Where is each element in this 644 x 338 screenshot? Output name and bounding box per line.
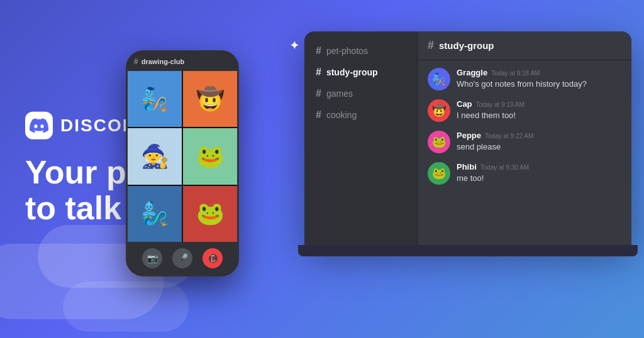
laptop-screen: # pet-photos # study-group # games # coo… <box>304 31 631 245</box>
message-header-peppe: Peppe Today at 9:22 AM <box>457 131 621 140</box>
phone-device: # drawing-club 🧞 🤠 🧙 🐸 🧞‍♂️ 🐸 📷 🎤 <box>126 50 239 276</box>
phone-body: # drawing-club 🧞 🤠 🧙 🐸 🧞‍♂️ 🐸 📷 🎤 <box>126 50 239 276</box>
message-text-cap: I need them too! <box>457 110 621 121</box>
channel-hash-icon: # <box>316 45 321 57</box>
avatar-cap: 🤠 <box>428 99 450 122</box>
channel-hash-icon-4: # <box>316 109 321 121</box>
timestamp-cap: Today at 9:19 AM <box>476 101 525 108</box>
video-cell-4: 🐸 <box>183 128 237 184</box>
message-text-peppe: send please <box>457 141 621 153</box>
phone-screen: # drawing-club 🧞 🤠 🧙 🐸 🧞‍♂️ 🐸 📷 🎤 <box>128 52 237 275</box>
channel-name-study-group: study-group <box>326 67 378 77</box>
mute-button[interactable]: 🎤 <box>172 248 192 268</box>
timestamp-peppe: Today at 9:22 AM <box>485 133 533 139</box>
video-cell-2: 🤠 <box>183 71 237 127</box>
message-header-phibi: Phibi Today at 9:30 AM <box>457 162 621 172</box>
messages-list: 🧞 Graggle Today at 9:18 AM Who's got not… <box>418 60 631 245</box>
channel-pet-photos[interactable]: # pet-photos <box>308 41 413 60</box>
camera-button[interactable]: 📷 <box>142 248 162 268</box>
mic-icon: 🎤 <box>177 253 188 263</box>
phone-call-controls[interactable]: 📷 🎤 📵 <box>128 242 237 275</box>
message-content-graggle: Graggle Today at 9:18 AM Who's got notes… <box>457 68 621 90</box>
username-graggle: Graggle <box>457 68 487 77</box>
camera-icon: 📷 <box>147 253 158 263</box>
end-call-button[interactable]: 📵 <box>203 248 223 268</box>
laptop-base <box>298 245 638 256</box>
channel-study-group[interactable]: # study-group <box>308 63 413 82</box>
laptop-device: # pet-photos # study-group # games # coo… <box>304 31 631 258</box>
channel-hash-icon-3: # <box>316 88 321 99</box>
end-call-icon: 📵 <box>208 253 218 263</box>
message-text-graggle: Who's got notes from history today? <box>457 79 621 90</box>
chat-header: # study-group <box>418 31 631 60</box>
message-peppe: 🐸 Peppe Today at 9:22 AM send please <box>428 131 621 153</box>
avatar-phibi: 🐸 <box>428 162 450 185</box>
phone-channel-header: # drawing-club <box>128 52 237 71</box>
username-phibi: Phibi <box>457 162 477 172</box>
phone-channel-name: drawing-club <box>142 58 184 65</box>
chat-header-hash: # <box>428 39 434 52</box>
message-graggle: 🧞 Graggle Today at 9:18 AM Who's got not… <box>428 68 621 90</box>
username-cap: Cap <box>457 99 472 109</box>
message-content-cap: Cap Today at 9:19 AM I need them too! <box>457 99 621 121</box>
channel-name-pet-photos: pet-photos <box>326 46 368 56</box>
avatar-graggle: 🧞 <box>428 68 450 90</box>
chat-channel-title: study-group <box>439 40 494 51</box>
star-decoration: ✦ <box>289 38 300 53</box>
avatar-peppe: 🐸 <box>428 131 450 153</box>
video-cell-1: 🧞 <box>128 71 182 127</box>
video-cell-3: 🧙 <box>128 128 182 184</box>
timestamp-graggle: Today at 9:18 AM <box>491 70 540 77</box>
channel-name-games: games <box>326 89 353 99</box>
discord-icon-box <box>25 112 53 139</box>
channel-games[interactable]: # games <box>308 84 413 103</box>
message-header-cap: Cap Today at 9:19 AM <box>457 99 621 109</box>
timestamp-phibi: Today at 9:30 AM <box>480 164 529 171</box>
message-header-graggle: Graggle Today at 9:18 AM <box>457 68 621 77</box>
message-phibi: 🐸 Phibi Today at 9:30 AM me too! <box>428 162 621 185</box>
message-content-phibi: Phibi Today at 9:30 AM me too! <box>457 162 621 184</box>
channel-hash-icon-2: # <box>316 67 321 78</box>
message-text-phibi: me too! <box>457 173 621 184</box>
channel-sidebar: # pet-photos # study-group # games # coo… <box>304 31 418 245</box>
phone-hash-icon: # <box>134 57 138 66</box>
discord-logo-svg <box>30 116 48 135</box>
video-call-grid: 🧞 🤠 🧙 🐸 🧞‍♂️ 🐸 <box>128 71 237 242</box>
chat-area: # study-group 🧞 Graggle Today at 9:18 AM… <box>418 31 631 245</box>
username-peppe: Peppe <box>457 131 481 140</box>
channel-cooking[interactable]: # cooking <box>308 106 413 124</box>
message-cap: 🤠 Cap Today at 9:19 AM I need them too! <box>428 99 621 122</box>
laptop-body: # pet-photos # study-group # games # coo… <box>304 31 631 245</box>
video-cell-6: 🐸 <box>183 186 237 242</box>
message-content-peppe: Peppe Today at 9:22 AM send please <box>457 131 621 153</box>
channel-name-cooking: cooking <box>326 110 357 120</box>
cloud-3 <box>63 281 189 332</box>
video-cell-5: 🧞‍♂️ <box>128 186 182 242</box>
